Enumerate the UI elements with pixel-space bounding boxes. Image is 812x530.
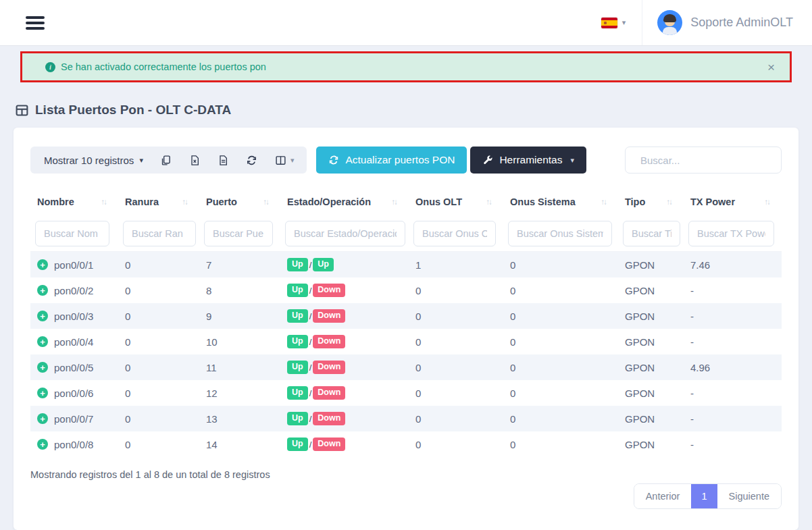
cell-nombre: +pon0/0/1 <box>30 259 118 271</box>
cell-puerto: 13 <box>199 413 280 425</box>
port-name: pon0/0/3 <box>54 311 93 322</box>
expand-row-icon[interactable]: + <box>37 285 48 296</box>
column-header-1[interactable]: Nombre↑↓ <box>30 196 118 207</box>
cell-nombre: +pon0/0/7 <box>30 413 118 425</box>
refresh-pon-ports-button[interactable]: Actualizar puertos PON <box>316 147 467 174</box>
expand-row-icon[interactable]: + <box>37 413 48 424</box>
operacion-badge: Up <box>313 258 334 272</box>
user-menu[interactable]: Soporte AdminOLT <box>642 10 793 35</box>
cell-onus-sistema: 0 <box>503 388 618 399</box>
reload-table-button[interactable] <box>237 155 266 166</box>
column-filter-input-1[interactable] <box>35 221 109 246</box>
sort-icon[interactable]: ↑↓ <box>263 198 269 206</box>
filter-cell-8 <box>684 221 782 246</box>
column-header-label: Nombre <box>37 196 74 207</box>
sort-icon[interactable]: ↑↓ <box>765 198 770 206</box>
cell-ranura: 0 <box>118 336 199 348</box>
table-row: +pon0/0/7013Up/Down00GPON- <box>30 406 782 431</box>
sort-icon[interactable]: ↑↓ <box>182 198 188 206</box>
port-name: pon0/0/2 <box>54 285 93 296</box>
info-icon: i <box>45 62 55 72</box>
operacion-badge: Down <box>313 438 345 452</box>
cell-onus-olt: 0 <box>409 439 503 450</box>
table-icon <box>15 103 29 117</box>
column-header-6[interactable]: Onus Sistema↑↓ <box>503 196 618 207</box>
filter-cell-6 <box>503 221 618 246</box>
avatar <box>657 10 682 35</box>
search-input[interactable] <box>640 155 775 166</box>
alert-message: Se han activado correctamente los puerto… <box>61 61 266 72</box>
pagination-current-page[interactable]: 1 <box>691 484 717 508</box>
expand-row-icon[interactable]: + <box>37 439 48 450</box>
excel-export-button[interactable] <box>180 155 209 166</box>
column-header-3[interactable]: Puerto↑↓ <box>199 196 280 207</box>
column-filter-input-4[interactable] <box>285 221 405 246</box>
column-filter-input-6[interactable] <box>508 221 612 246</box>
table-row: +pon0/0/309Up/Down00GPON- <box>30 303 782 329</box>
sort-icon[interactable]: ↑↓ <box>667 198 672 206</box>
cell-tx-power: 7.46 <box>684 259 782 271</box>
column-visibility-button[interactable]: ▾ <box>266 155 303 166</box>
operacion-badge: Down <box>313 361 345 375</box>
cell-ranura: 0 <box>118 311 199 322</box>
cell-tipo: GPON <box>618 336 684 348</box>
pagination-previous[interactable]: Anterior <box>634 484 692 508</box>
column-header-4[interactable]: Estado/Operación↑↓ <box>280 196 409 207</box>
badge-separator: / <box>309 363 312 373</box>
column-filter-input-8[interactable] <box>688 221 774 246</box>
cell-tipo: GPON <box>618 285 684 296</box>
badge-separator: / <box>309 414 312 424</box>
table-info: Mostrando registros del 1 al 8 de un tot… <box>30 469 782 480</box>
column-header-label: Onus Sistema <box>510 196 576 207</box>
table-row: +pon0/0/208Up/Down00GPON- <box>30 277 782 303</box>
column-header-7[interactable]: Tipo↑↓ <box>618 196 684 207</box>
sort-icon[interactable]: ↑↓ <box>101 198 107 206</box>
column-header-5[interactable]: Onus OLT↑↓ <box>409 196 503 207</box>
copy-button[interactable] <box>151 155 180 166</box>
estado-badge: Up <box>287 361 308 375</box>
pon-ports-card: Mostrar 10 registros ▾ <box>14 128 798 530</box>
operacion-badge: Down <box>313 335 345 349</box>
column-header-2[interactable]: Ranura↑↓ <box>118 196 199 207</box>
column-header-label: TX Power <box>690 196 735 207</box>
tools-button-label: Herramientas <box>499 154 562 166</box>
operacion-badge: Down <box>313 386 345 400</box>
cell-tx-power: - <box>684 336 782 348</box>
column-header-label: Ranura <box>125 196 159 207</box>
pdf-export-button[interactable] <box>209 155 237 166</box>
column-filter-input-5[interactable] <box>413 221 496 246</box>
cell-puerto: 14 <box>199 439 280 450</box>
badge-separator: / <box>309 311 312 321</box>
expand-row-icon[interactable]: + <box>37 362 48 373</box>
menu-toggle-icon[interactable] <box>26 14 45 32</box>
cell-puerto: 12 <box>199 388 280 399</box>
column-filter-input-7[interactable] <box>623 221 680 246</box>
language-dropdown[interactable]: ▾ <box>585 18 642 28</box>
close-icon[interactable]: × <box>767 61 775 74</box>
expand-row-icon[interactable]: + <box>37 259 48 270</box>
pon-ports-table: Nombre↑↓Ranura↑↓Puerto↑↓Estado/Operación… <box>30 188 782 457</box>
expand-row-icon[interactable]: + <box>37 388 48 398</box>
cell-onus-olt: 1 <box>409 259 503 271</box>
column-header-8[interactable]: TX Power↑↓ <box>684 196 782 207</box>
badge-separator: / <box>309 388 312 398</box>
sort-icon[interactable]: ↑↓ <box>392 198 397 206</box>
top-navbar: ▾ Soporte AdminOLT <box>0 0 812 45</box>
tools-dropdown-button[interactable]: Herramientas ▾ <box>470 147 586 174</box>
chevron-down-icon: ▾ <box>139 156 143 165</box>
pagination: Anterior 1 Siguiente <box>634 483 782 509</box>
badge-separator: / <box>309 440 312 450</box>
sort-icon[interactable]: ↑↓ <box>601 198 607 206</box>
sort-icon[interactable]: ↑↓ <box>486 198 492 206</box>
expand-row-icon[interactable]: + <box>37 336 48 347</box>
column-filter-input-3[interactable] <box>204 221 273 246</box>
port-name: pon0/0/7 <box>54 413 93 425</box>
estado-badge: Up <box>287 258 308 272</box>
cell-onus-sistema: 0 <box>503 439 618 450</box>
cell-onus-sistema: 0 <box>503 336 618 348</box>
expand-row-icon[interactable]: + <box>37 311 48 321</box>
page-length-dropdown[interactable]: Mostrar 10 registros ▾ <box>34 155 151 166</box>
column-filter-input-2[interactable] <box>123 221 196 246</box>
wrench-icon <box>482 155 493 165</box>
pagination-next[interactable]: Siguiente <box>717 484 781 508</box>
